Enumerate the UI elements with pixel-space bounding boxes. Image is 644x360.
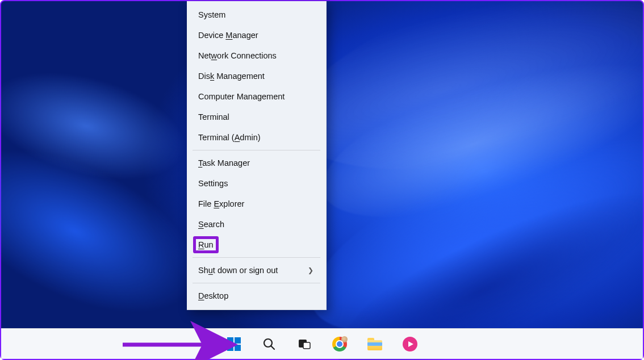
svg-line-1: [271, 346, 274, 349]
svg-rect-3: [303, 342, 310, 349]
menu-item-label: Network Connections: [198, 51, 277, 60]
menu-item-terminal-admin[interactable]: Terminal (Admin): [187, 127, 326, 148]
menu-item-search[interactable]: Search: [187, 214, 326, 235]
menu-item-network-connections[interactable]: Network Connections: [187, 45, 326, 66]
search-icon: [262, 337, 276, 351]
chrome-icon: [332, 337, 347, 351]
menu-item-label: Terminal (Admin): [198, 133, 261, 142]
menu-item-label: Terminal: [198, 112, 229, 122]
menu-item-label: File Explorer: [198, 199, 244, 208]
app-button[interactable]: [399, 333, 421, 355]
start-button[interactable]: [223, 333, 245, 355]
menu-item-label: Shut down or sign out: [198, 266, 278, 275]
menu-item-system[interactable]: System: [187, 5, 326, 25]
taskbar[interactable]: [1, 328, 643, 359]
menu-item-label: Computer Management: [198, 92, 285, 101]
search-button[interactable]: [258, 333, 281, 355]
menu-item-label: Desktop: [198, 291, 228, 300]
menu-item-task-manager[interactable]: Task Manager: [187, 153, 326, 173]
menu-divider: [193, 257, 320, 258]
menu-item-label: Disk Management: [198, 72, 265, 81]
menu-item-shutdown-signout[interactable]: Shut down or sign out ❯: [187, 260, 326, 281]
menu-item-label: Task Manager: [198, 158, 250, 168]
menu-item-terminal[interactable]: Terminal: [187, 107, 326, 127]
menu-item-label: Device Manager: [198, 31, 258, 40]
windows-logo-icon: [227, 337, 241, 351]
menu-item-label: Search: [198, 220, 224, 229]
menu-divider: [193, 283, 320, 283]
menu-item-computer-management[interactable]: Computer Management: [187, 86, 326, 107]
menu-item-label: Run: [198, 240, 214, 249]
file-explorer-button[interactable]: [363, 333, 386, 355]
menu-item-device-manager[interactable]: Device Manager: [187, 25, 326, 45]
menu-item-label: Settings: [198, 179, 228, 188]
task-view-icon: [298, 337, 311, 351]
winx-context-menu[interactable]: System Device Manager Network Connection…: [187, 1, 327, 310]
chrome-button[interactable]: [328, 333, 351, 355]
menu-item-disk-management[interactable]: Disk Management: [187, 66, 326, 86]
desktop[interactable]: System Device Manager Network Connection…: [0, 0, 644, 360]
menu-item-settings[interactable]: Settings: [187, 173, 326, 194]
menu-divider: [193, 150, 320, 150]
app-icon: [403, 337, 417, 351]
menu-item-run[interactable]: Run: [187, 235, 326, 255]
submenu-chevron-icon: ❯: [308, 266, 313, 274]
task-view-button[interactable]: [293, 333, 316, 355]
menu-item-desktop[interactable]: Desktop: [187, 286, 326, 306]
file-explorer-icon: [367, 338, 382, 350]
menu-item-label: System: [198, 10, 225, 19]
menu-item-file-explorer[interactable]: File Explorer: [187, 194, 326, 214]
